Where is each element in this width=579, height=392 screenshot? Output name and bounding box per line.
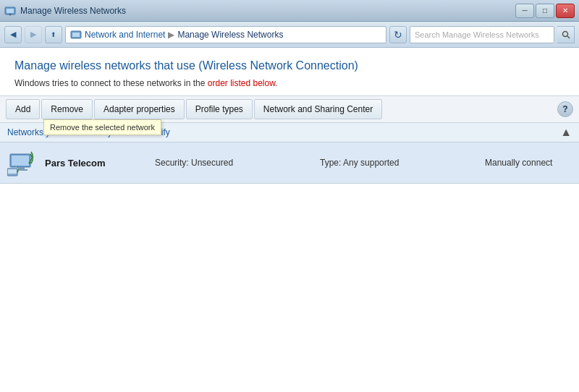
- search-icon: [562, 30, 570, 39]
- svg-point-11: [29, 162, 31, 164]
- help-button[interactable]: ?: [557, 101, 573, 117]
- search-placeholder: Search Manage Wireless Networks: [415, 30, 539, 39]
- svg-point-5: [562, 31, 567, 36]
- up-button[interactable]: ⬆: [45, 26, 62, 43]
- forward-button[interactable]: ▶: [25, 26, 42, 43]
- subtitle-highlight: order listed below: [208, 78, 275, 88]
- adapter-properties-button[interactable]: Adapter properties: [94, 99, 185, 119]
- remove-button[interactable]: Remove: [41, 99, 93, 119]
- title-bar-controls: ─ □ ✕: [515, 4, 575, 18]
- breadcrumb-current: Manage Wireless Networks: [177, 30, 283, 40]
- collapse-button[interactable]: ▲: [560, 126, 572, 139]
- maximize-button[interactable]: □: [536, 4, 554, 18]
- minimize-button[interactable]: ─: [515, 4, 534, 18]
- svg-rect-1: [7, 9, 14, 13]
- back-button[interactable]: ◀: [4, 26, 22, 43]
- network-connect-method: Manually connect: [485, 158, 572, 168]
- network-name: Pars Telecom: [45, 158, 146, 169]
- page-title: Manage wireless networks that use (Wirel…: [14, 59, 565, 72]
- add-button[interactable]: Add: [6, 99, 40, 119]
- address-bar: ◀ ▶ ⬆ Network and Internet ▶ Manage Wire…: [0, 22, 579, 48]
- search-button[interactable]: [557, 26, 575, 43]
- page-subtitle: Windows tries to connect to these networ…: [14, 78, 565, 88]
- svg-line-6: [567, 36, 570, 38]
- title-bar: Manage Wireless Networks ─ □ ✕: [0, 0, 579, 22]
- network-icon: [7, 148, 36, 177]
- breadcrumb-sep-1: ▶: [168, 30, 174, 40]
- search-box[interactable]: Search Manage Wireless Networks: [410, 26, 554, 43]
- svg-point-14: [17, 171, 19, 173]
- toolbar: Add Remove Adapter properties Profile ty…: [0, 95, 579, 123]
- network-security: Security: Unsecured: [155, 158, 311, 168]
- table-row[interactable]: Pars Telecom Security: Unsecured Type: A…: [0, 142, 579, 184]
- main-content: Manage wireless networks that use (Wirel…: [0, 48, 579, 392]
- svg-rect-9: [19, 167, 25, 169]
- svg-point-2: [9, 13, 12, 15]
- svg-rect-8: [12, 155, 29, 166]
- close-button[interactable]: ✕: [556, 4, 575, 18]
- tooltip-remove: Remove the selected network: [43, 119, 161, 135]
- network-sharing-button[interactable]: Network and Sharing Center: [254, 99, 382, 119]
- profile-types-button[interactable]: Profile types: [186, 99, 253, 119]
- title-bar-left: Manage Wireless Networks: [4, 5, 126, 17]
- breadcrumb-icon: [70, 30, 82, 40]
- network-type: Type: Any supported: [320, 158, 476, 168]
- network-list: Pars Telecom Security: Unsecured Type: A…: [0, 142, 579, 184]
- title-text: Manage Wireless Networks: [20, 6, 126, 16]
- app-icon: [4, 5, 16, 17]
- refresh-button[interactable]: ↻: [389, 26, 407, 43]
- breadcrumb: Network and Internet ▶ Manage Wireless N…: [65, 26, 386, 43]
- svg-rect-4: [72, 33, 80, 37]
- header-section: Manage wireless networks that use (Wirel…: [0, 48, 579, 95]
- breadcrumb-link-1[interactable]: Network and Internet: [85, 30, 165, 40]
- svg-rect-13: [8, 169, 17, 174]
